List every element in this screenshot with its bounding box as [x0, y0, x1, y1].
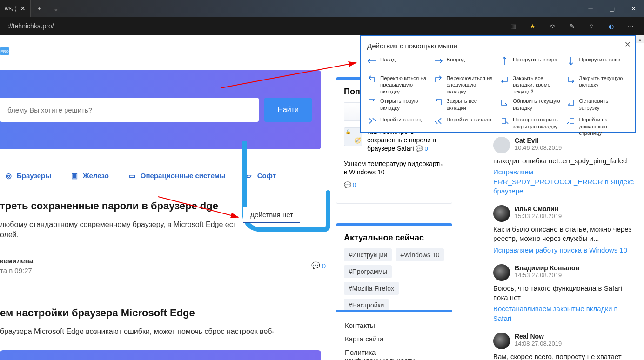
footer-link[interactable]: Политика конфиденциальности: [345, 346, 443, 360]
comment-time: 10:46 29.08.2019: [515, 144, 562, 151]
scrollbar-up-icon[interactable]: ▲: [636, 35, 644, 43]
gesture-reopen-tab[interactable]: Повторно открыть закрытую вкладку: [500, 116, 563, 136]
nav-label: Железо: [83, 172, 109, 180]
close-panel-icon[interactable]: ✕: [624, 40, 631, 49]
gesture-close-all[interactable]: Закрыть все вкладки: [434, 98, 496, 113]
avatar: [493, 205, 510, 222]
articles-list: треть сохраненные пароли в браузере dge …: [0, 199, 326, 360]
gesture-back[interactable]: Назад: [367, 56, 430, 72]
share-icon[interactable]: ⇪: [582, 17, 601, 35]
gesture-stop[interactable]: Остановить загрузку: [566, 98, 629, 113]
site-logo: PRO: [0, 47, 9, 55]
zig-down-icon: [367, 116, 376, 126]
gesture-grid: Назад Вперед Прокрутить вверх Прокрутить…: [367, 56, 629, 136]
comment-text: Вам, скорее всего, попросту не хватает: [493, 352, 637, 360]
favorite-star-icon[interactable]: ★: [523, 17, 543, 35]
globe-icon: ◎: [4, 171, 13, 180]
tag[interactable]: #Инструкции: [344, 248, 392, 261]
more-icon[interactable]: ⋯: [621, 17, 640, 35]
comment-author: Cat Evil: [515, 137, 562, 144]
l-down-right-icon: [500, 98, 509, 107]
corner-up-right-icon: [434, 75, 443, 84]
gesture-close-others[interactable]: Закрыть все вкладки, кроме текущей: [500, 75, 563, 95]
maximize-button[interactable]: ▢: [601, 0, 623, 17]
l-down-left-icon: [566, 98, 576, 107]
nav-label: Операционные системы: [141, 172, 226, 180]
tag[interactable]: #Программы: [344, 265, 392, 278]
comment-item: Владимир Ковылов 14:53 27.08.2019 Боюсь,…: [493, 264, 637, 323]
comment-text: Боюсь, что такого функционала в Safari п…: [493, 284, 637, 303]
address-bar: ://tehnichka.pro/ ▥ ★ ✩ ✎ ⇪ ◐ ⋯: [0, 17, 644, 35]
chip-icon: ▣: [70, 171, 79, 180]
comment-link[interactable]: Исправляем ERR_SPDY_PROTOCOL_ERROR в Янд…: [493, 167, 637, 196]
search-input[interactable]: [0, 98, 259, 122]
new-tab-button[interactable]: ＋: [31, 0, 47, 17]
comment-text: выходит ошибка net::err_spdy_ping_failed: [493, 156, 637, 166]
nav-label: Браузеры: [17, 172, 51, 180]
footer-links-card: Контакты Карта сайта Политика конфиденци…: [336, 310, 452, 360]
notes-icon[interactable]: ✎: [562, 17, 582, 35]
comments-column: Cat Evil 10:46 29.08.2019 выходит ошибка…: [493, 137, 637, 360]
u-turn-right-icon: [500, 116, 509, 126]
nav-browsers[interactable]: ◎ Браузеры: [4, 171, 51, 180]
footer-link[interactable]: Карта сайта: [345, 332, 443, 346]
popular-item[interactable]: Узнаем температуру видеокарты в Windows …: [344, 160, 444, 189]
close-tab-icon[interactable]: ✕: [20, 5, 26, 12]
zig-up-icon: [434, 116, 443, 126]
nav-hardware[interactable]: ▣ Железо: [70, 171, 109, 180]
gesture-prev-tab[interactable]: Переключиться на предыдущую вкладку: [367, 75, 430, 95]
nav-label: Софт: [257, 172, 276, 180]
nav-os[interactable]: ▭ Операционные системы: [127, 171, 226, 180]
comment-time: 14:08 27.08.2019: [515, 340, 562, 347]
comment-count: 0: [322, 262, 326, 270]
comment-item: Real Now 14:08 27.08.2019 Вам, скорее вс…: [493, 333, 637, 360]
tag[interactable]: #Mozilla Firefox: [344, 282, 399, 295]
nav-soft[interactable]: ▱ Софт: [244, 171, 276, 180]
gesture-forward[interactable]: Вперед: [434, 56, 496, 72]
monitor-icon: ▭: [127, 171, 137, 180]
gesture-reload[interactable]: Обновить текущую вкладку: [500, 98, 563, 113]
arrow-up-icon: [500, 56, 509, 66]
corner-down-left-icon: [500, 75, 509, 84]
gesture-go-start[interactable]: Перейти в начало: [434, 116, 496, 136]
annotation-label: Действия нет: [243, 207, 300, 223]
profile-icon[interactable]: ◐: [601, 17, 621, 35]
gesture-home[interactable]: Перейти на домашнюю страницу: [566, 116, 629, 136]
comment-item: Илья Смолин 15:33 27.08.2019 Как и было …: [493, 205, 637, 255]
gesture-next-tab[interactable]: Переключиться на следующую вкладку: [434, 75, 496, 95]
comment-link[interactable]: Исправляем работу поиска в Windows 10: [493, 246, 637, 255]
page-content: ▲ PRO Найти ◎ Браузеры ▣ Железо ▭ Операц…: [0, 35, 644, 360]
comment-icon: 💬: [311, 261, 320, 270]
gesture-go-end[interactable]: Перейти в конец: [367, 116, 430, 136]
actual-card: Актуальное сейчас #Инструкции #Windows 1…: [336, 223, 452, 320]
tabs-dropdown-icon[interactable]: ⌄: [47, 0, 64, 17]
u-turn-left-icon: [566, 116, 576, 126]
mouse-gestures-panel: Действия с помощью мыши ✕ Назад Вперед П…: [360, 35, 636, 133]
comment-link[interactable]: Восстанавливаем закрытые вкладки в Safar…: [493, 304, 637, 323]
article-item: ем настройки браузера Microsoft Edge бра…: [0, 306, 326, 360]
close-window-button[interactable]: ✕: [623, 0, 644, 17]
minimize-button[interactable]: ─: [580, 0, 601, 17]
search-button[interactable]: Найти: [264, 98, 312, 122]
add-favorite-icon[interactable]: ✩: [543, 17, 562, 35]
footer-link[interactable]: Контакты: [345, 319, 443, 332]
corner-down-right-icon: [566, 75, 576, 84]
category-nav: ◎ Браузеры ▣ Железо ▭ Операционные систе…: [0, 166, 326, 186]
tag[interactable]: #Windows 10: [396, 248, 444, 261]
browser-tab[interactable]: ws, ( ✕: [0, 0, 31, 17]
comment-author: Real Now: [515, 333, 562, 340]
popular-comments: 💬 0: [344, 181, 444, 189]
url-text[interactable]: ://tehnichka.pro/: [4, 20, 503, 33]
gesture-scroll-down[interactable]: Прокрутить вниз: [566, 56, 629, 72]
gesture-close-current[interactable]: Закрыть текущую вкладку: [566, 75, 629, 95]
popular-text: Узнаем температуру видеокарты в Windows …: [344, 160, 444, 176]
avatar: [493, 264, 510, 281]
reading-view-icon[interactable]: ▥: [503, 17, 523, 35]
window-titlebar: ws, ( ✕ ＋ ⌄ ─ ▢ ✕: [0, 0, 644, 17]
gesture-scroll-up[interactable]: Прокрутить вверх: [500, 56, 563, 72]
comment-time: 14:53 27.08.2019: [515, 272, 579, 279]
article-title[interactable]: ем настройки браузера Microsoft Edge: [0, 306, 326, 320]
gesture-new-tab[interactable]: Открыть новую вкладку: [367, 98, 430, 113]
popular-comments: 💬 0: [416, 145, 428, 153]
article-comments[interactable]: 💬 0: [311, 261, 326, 270]
